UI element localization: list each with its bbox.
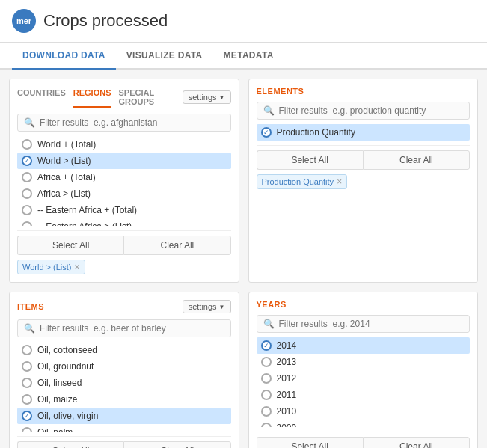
tab-special-groups[interactable]: SPECIAL GROUPS <box>119 87 183 108</box>
items-filter-input[interactable] <box>40 323 224 334</box>
years-search-icon: 🔍 <box>263 319 275 329</box>
regions-panel: COUNTRIES REGIONS SPECIAL GROUPS setting… <box>9 79 239 283</box>
item-label: Oil, olive, virgin <box>37 411 98 421</box>
element-tag: Production Quantity × <box>257 174 348 189</box>
radio-2014[interactable] <box>261 340 272 351</box>
radio-2011[interactable] <box>261 390 272 400</box>
list-item[interactable]: 2014 <box>257 337 471 354</box>
list-item[interactable]: Africa + (Total) <box>17 169 231 185</box>
years-panel: YEARS 🔍 2014 2013 2012 2011 <box>248 292 479 448</box>
tab-countries[interactable]: COUNTRIES <box>17 87 66 108</box>
elements-search-icon: 🔍 <box>263 105 275 116</box>
radio-2010[interactable] <box>261 406 272 417</box>
item-label: Oil, palm <box>37 427 73 432</box>
tag-label: World > (List) <box>22 263 72 271</box>
years-list: 2014 2013 2012 2011 2010 2009 <box>257 337 471 427</box>
years-panel-title: YEARS <box>257 300 287 309</box>
list-item[interactable]: Oil, maize <box>17 391 231 408</box>
regions-panel-header: COUNTRIES REGIONS SPECIAL GROUPS setting… <box>17 87 231 108</box>
content-grid: COUNTRIES REGIONS SPECIAL GROUPS setting… <box>0 70 487 448</box>
years-btn-row: Select All Clear All <box>257 432 471 448</box>
radio-groundnut[interactable] <box>22 361 32 372</box>
list-item[interactable]: World > (List) <box>17 153 231 169</box>
elements-list: Production Quantity <box>257 124 471 141</box>
radio-cottonseed[interactable] <box>22 345 32 355</box>
elements-select-all-button[interactable]: Select All <box>257 150 363 170</box>
items-settings-button[interactable]: settings <box>183 300 231 313</box>
list-item[interactable]: Oil, linseed <box>17 375 231 391</box>
radio-palm[interactable] <box>22 427 32 432</box>
items-panel-title: ITEMS <box>17 302 44 311</box>
list-item[interactable]: World + (Total) <box>17 136 231 153</box>
items-search-icon: 🔍 <box>24 323 35 334</box>
list-item[interactable]: 2010 <box>257 403 471 420</box>
list-item[interactable]: 2013 <box>257 354 471 370</box>
radio-eastern-africa-list[interactable] <box>22 221 32 226</box>
item-label: Oil, cottonseed <box>37 345 97 355</box>
item-label: Africa > (List) <box>37 188 91 199</box>
radio-maize[interactable] <box>22 394 32 405</box>
years-clear-all-button[interactable]: Clear All <box>363 437 470 448</box>
radio-world-list[interactable] <box>22 156 32 166</box>
list-item[interactable]: Production Quantity <box>257 124 471 141</box>
list-item[interactable]: Oil, olive, virgin <box>17 408 231 424</box>
list-item[interactable]: 2009 <box>257 420 471 427</box>
regions-filter-input[interactable] <box>40 117 224 128</box>
regions-tags: World > (List) × <box>17 260 231 274</box>
items-select-all-button[interactable]: Select All <box>17 441 123 448</box>
list-item[interactable]: Africa > (List) <box>17 185 231 202</box>
list-item[interactable]: 2012 <box>257 370 471 387</box>
years-filter-box: 🔍 <box>257 315 471 333</box>
regions-select-all-button[interactable]: Select All <box>17 236 123 255</box>
radio-eastern-africa-total[interactable] <box>22 205 32 215</box>
list-item[interactable]: 2011 <box>257 387 471 403</box>
years-select-all-button[interactable]: Select All <box>257 437 363 448</box>
radio-2009[interactable] <box>261 423 272 427</box>
item-label: Production Quantity <box>277 127 355 138</box>
radio-africa-list[interactable] <box>22 188 32 199</box>
radio-production-qty[interactable] <box>261 127 272 138</box>
item-label: Africa + (Total) <box>37 172 96 182</box>
item-label: Oil, linseed <box>37 378 82 388</box>
regions-panel-tabs: COUNTRIES REGIONS SPECIAL GROUPS <box>17 87 183 108</box>
region-tag: World > (List) × <box>17 260 85 274</box>
logo-text: mer <box>16 16 31 25</box>
app-logo: mer <box>12 9 36 33</box>
years-filter-input[interactable] <box>279 319 464 329</box>
radio-olive-virgin[interactable] <box>22 411 32 421</box>
app-header: mer Crops processed <box>0 0 487 43</box>
list-item[interactable]: -- Eastern Africa > (List) <box>17 218 231 226</box>
page-title: Crops processed <box>43 11 168 31</box>
item-label: 2012 <box>277 373 297 384</box>
regions-clear-all-button[interactable]: Clear All <box>123 236 230 255</box>
items-clear-all-button[interactable]: Clear All <box>123 441 230 448</box>
item-label: 2010 <box>277 406 297 417</box>
tag-remove-button[interactable]: × <box>75 262 80 272</box>
tag-remove-button[interactable]: × <box>337 177 342 187</box>
item-label: 2009 <box>277 423 297 427</box>
radio-africa-total[interactable] <box>22 172 32 182</box>
elements-panel: ELEMENTS 🔍 Production Quantity Select Al… <box>248 79 479 283</box>
elements-filter-input[interactable] <box>279 105 464 116</box>
tag-label: Production Quantity <box>262 177 334 186</box>
list-item[interactable]: -- Eastern Africa + (Total) <box>17 202 231 218</box>
tab-visualize[interactable]: VISUALIZE DATA <box>116 43 213 70</box>
radio-2012[interactable] <box>261 373 272 384</box>
list-item[interactable]: Oil, groundnut <box>17 358 231 375</box>
radio-2013[interactable] <box>261 357 272 367</box>
tab-download[interactable]: DOWNLOAD DATA <box>12 43 116 70</box>
item-label: 2013 <box>277 357 297 367</box>
regions-settings-button[interactable]: settings <box>183 90 231 104</box>
list-item[interactable]: Oil, palm <box>17 424 231 432</box>
regions-filter-box: 🔍 <box>17 114 231 132</box>
years-panel-header: YEARS <box>257 300 471 309</box>
tab-metadata[interactable]: METADATA <box>213 43 284 70</box>
elements-clear-all-button[interactable]: Clear All <box>363 150 470 170</box>
items-filter-box: 🔍 <box>17 319 231 337</box>
item-label: World + (Total) <box>37 139 96 150</box>
items-list: Oil, cottonseed Oil, groundnut Oil, lins… <box>17 342 231 432</box>
list-item[interactable]: Oil, cottonseed <box>17 342 231 358</box>
radio-world-total[interactable] <box>22 139 32 150</box>
radio-linseed[interactable] <box>22 378 32 388</box>
tab-regions[interactable]: REGIONS <box>73 87 111 108</box>
